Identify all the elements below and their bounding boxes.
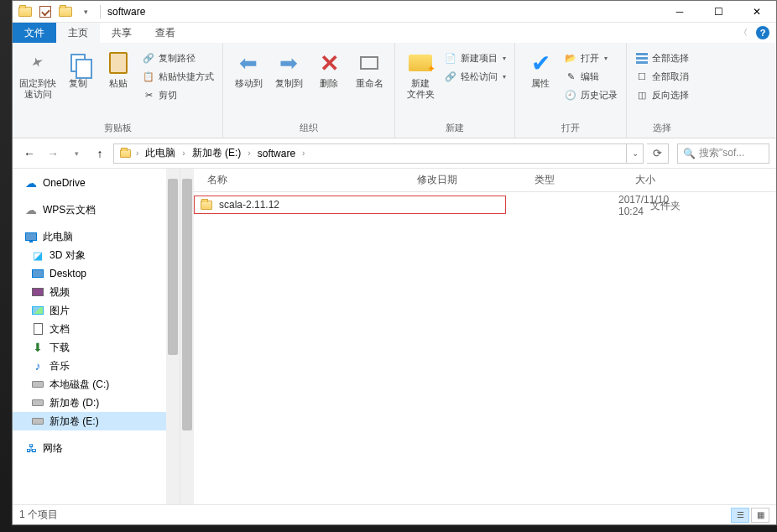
- copy-to-button[interactable]: ➡ 复制到: [270, 46, 307, 89]
- tab-file[interactable]: 文件: [13, 23, 56, 43]
- sidebar-item-network[interactable]: 🖧网络: [13, 439, 180, 457]
- sidebar-item-onedrive[interactable]: ☁OneDrive: [13, 174, 180, 192]
- sidebar-item-music[interactable]: ♪音乐: [13, 357, 180, 375]
- folder-icon: [56, 3, 75, 21]
- window-title: software: [107, 6, 145, 18]
- folder-icon: [16, 3, 34, 21]
- tab-home[interactable]: 主页: [56, 23, 100, 43]
- nav-bar: ← → ▾ ↑ › 此电脑 › 新加卷 (E:) › software › ⌄ …: [13, 138, 776, 169]
- properties-button[interactable]: ✔ 属性: [522, 46, 559, 89]
- select-all-button[interactable]: 全部选择: [634, 50, 691, 66]
- breadcrumb-root[interactable]: 此电脑: [142, 144, 179, 163]
- help-icon[interactable]: ?: [756, 26, 769, 39]
- forward-button[interactable]: →: [43, 143, 63, 164]
- group-label-open: 打开: [522, 122, 619, 136]
- item-count: 1 个项目: [19, 508, 58, 522]
- maximize-button[interactable]: ☐: [699, 1, 738, 23]
- tab-view[interactable]: 查看: [143, 23, 187, 43]
- chevron-right-icon[interactable]: ›: [244, 149, 253, 158]
- paste-shortcut-button[interactable]: 📋粘贴快捷方式: [140, 68, 216, 85]
- minimize-button[interactable]: ─: [660, 1, 699, 23]
- rename-button[interactable]: 重命名: [351, 46, 388, 89]
- breadcrumb-folder[interactable]: software: [254, 144, 299, 163]
- group-label-select: 选择: [634, 122, 691, 136]
- sidebar-item-3d[interactable]: ◪3D 对象: [13, 246, 180, 264]
- sidebar-scrollbar[interactable]: [166, 169, 180, 504]
- sidebar-item-pictures[interactable]: 图片: [13, 301, 180, 320]
- ribbon: 固定到快 速访问 复制 粘贴 🔗复制路径 📋粘贴快捷方式 ✂剪切 剪贴板: [13, 43, 776, 138]
- sidebar-item-drive-c[interactable]: 本地磁盘 (C:): [13, 375, 180, 394]
- open-button[interactable]: 📂打开▾: [562, 50, 619, 66]
- up-button[interactable]: ↑: [90, 143, 110, 164]
- sidebar-item-videos[interactable]: 视频: [13, 283, 180, 301]
- search-icon: 🔍: [683, 148, 696, 159]
- title-bar: ▾ software ─ ☐ ✕: [13, 1, 776, 23]
- chevron-right-icon[interactable]: ›: [299, 149, 308, 158]
- group-label-organize: 组织: [230, 122, 388, 136]
- refresh-button[interactable]: ⟳: [647, 143, 669, 164]
- filelist-scrollbar[interactable]: [180, 169, 194, 504]
- paste-button[interactable]: 粘贴: [100, 46, 137, 89]
- select-none-button[interactable]: ☐全部取消: [634, 68, 691, 85]
- file-modified: 2017/11/10 10:24: [526, 194, 644, 217]
- chevron-right-icon[interactable]: ›: [133, 149, 142, 158]
- history-button[interactable]: 🕘历史记录: [562, 86, 619, 103]
- ribbon-tabs: 文件 主页 共享 查看 〈 ?: [13, 23, 776, 43]
- pin-quick-access-button[interactable]: 固定到快 速访问: [19, 46, 56, 100]
- copy-button[interactable]: 复制: [60, 46, 96, 89]
- sidebar-item-this-pc[interactable]: 此电脑: [13, 227, 180, 246]
- group-label-clipboard: 剪贴板: [19, 122, 216, 136]
- move-to-button[interactable]: ⬅ 移动到: [230, 46, 267, 89]
- sidebar-item-wps[interactable]: ☁WPS云文档: [13, 201, 180, 219]
- breadcrumb-dropdown[interactable]: ⌄: [626, 144, 643, 163]
- breadcrumb-drive[interactable]: 新加卷 (E:): [189, 144, 245, 163]
- tab-share[interactable]: 共享: [100, 23, 143, 43]
- group-label-new: 新建: [402, 122, 508, 136]
- chevron-right-icon[interactable]: ›: [179, 149, 188, 158]
- explorer-window: ▾ software ─ ☐ ✕ 文件 主页 共享 查看 〈 ? 固定到快 速访…: [12, 0, 777, 525]
- qat-dropdown-icon[interactable]: ▾: [76, 3, 95, 21]
- qat-properties-icon[interactable]: [36, 3, 55, 21]
- column-headers[interactable]: 名称 修改日期 类型 大小: [180, 169, 776, 192]
- collapse-ribbon-icon[interactable]: 〈: [739, 27, 748, 39]
- search-input[interactable]: 🔍 搜索"sof...: [677, 143, 769, 164]
- invert-selection-button[interactable]: ◫反向选择: [634, 86, 691, 103]
- file-row[interactable]: scala-2.11.12: [194, 196, 506, 214]
- recent-dropdown[interactable]: ▾: [66, 143, 86, 164]
- folder-icon: [117, 149, 133, 158]
- icons-view-button[interactable]: ▦: [751, 508, 769, 523]
- new-folder-button[interactable]: 新建 文件夹: [402, 46, 439, 100]
- col-type[interactable]: 类型: [528, 173, 628, 187]
- sidebar-item-downloads[interactable]: ⬇下载: [13, 338, 180, 357]
- cut-button[interactable]: ✂剪切: [140, 86, 216, 103]
- details-view-button[interactable]: ☰: [731, 508, 749, 523]
- status-bar: 1 个项目 ☰ ▦: [13, 504, 776, 524]
- file-type: 文件夹: [644, 199, 727, 213]
- file-name: scala-2.11.12: [212, 199, 313, 211]
- close-button[interactable]: ✕: [738, 1, 776, 23]
- breadcrumb[interactable]: › 此电脑 › 新加卷 (E:) › software › ⌄: [113, 143, 644, 164]
- col-modified[interactable]: 修改日期: [410, 173, 528, 187]
- delete-button[interactable]: ✕ 删除: [310, 46, 347, 89]
- new-item-button[interactable]: 📄新建项目▾: [442, 50, 508, 66]
- back-button[interactable]: ←: [19, 143, 39, 164]
- easy-access-button[interactable]: 🔗轻松访问▾: [442, 68, 508, 85]
- sidebar-item-drive-d[interactable]: 新加卷 (D:): [13, 394, 180, 412]
- sidebar-item-desktop[interactable]: Desktop: [13, 264, 180, 283]
- col-size[interactable]: 大小: [628, 173, 687, 187]
- sidebar-item-documents[interactable]: 文档: [13, 320, 180, 338]
- folder-icon: [201, 201, 212, 210]
- col-name[interactable]: 名称: [201, 173, 410, 187]
- nav-tree[interactable]: ☁OneDrive ☁WPS云文档 此电脑 ◪3D 对象 Desktop 视频 …: [13, 169, 180, 504]
- copy-path-button[interactable]: 🔗复制路径: [140, 50, 216, 66]
- edit-button[interactable]: ✎编辑: [562, 68, 619, 85]
- file-list[interactable]: 名称 修改日期 类型 大小 scala-2.11.12 2017/11/10 1…: [180, 169, 776, 504]
- sidebar-item-drive-e[interactable]: 新加卷 (E:): [13, 412, 180, 430]
